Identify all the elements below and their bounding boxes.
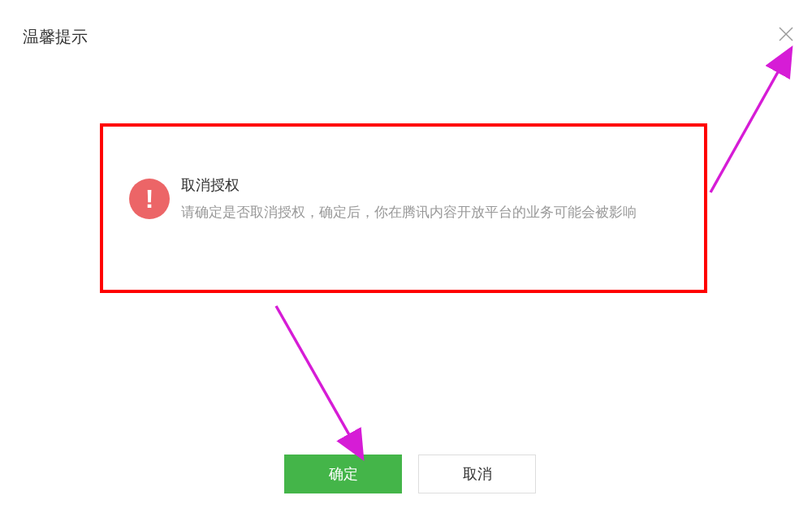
annotation-arrow-to-confirm-icon xyxy=(268,298,378,468)
alert-heading: 取消授权 xyxy=(181,175,672,195)
confirm-button[interactable]: 确定 xyxy=(284,455,402,493)
svg-line-3 xyxy=(710,50,790,192)
cancel-button[interactable]: 取消 xyxy=(418,455,536,493)
close-button[interactable] xyxy=(775,23,797,45)
annotation-arrow-to-close-icon xyxy=(706,42,800,196)
close-icon xyxy=(776,24,796,44)
dialog-title: 温馨提示 xyxy=(23,26,88,48)
alert-message: 请确定是否取消授权，确定后，你在腾讯内容开放平台的业务可能会被影响 xyxy=(181,201,672,225)
alert-box: ! 取消授权 请确定是否取消授权，确定后，你在腾讯内容开放平台的业务可能会被影响 xyxy=(100,123,707,293)
alert-content: 取消授权 请确定是否取消授权，确定后，你在腾讯内容开放平台的业务可能会被影响 xyxy=(181,175,672,225)
button-group: 确定 取消 xyxy=(284,455,536,493)
warning-icon: ! xyxy=(129,179,170,219)
svg-line-5 xyxy=(276,306,361,456)
